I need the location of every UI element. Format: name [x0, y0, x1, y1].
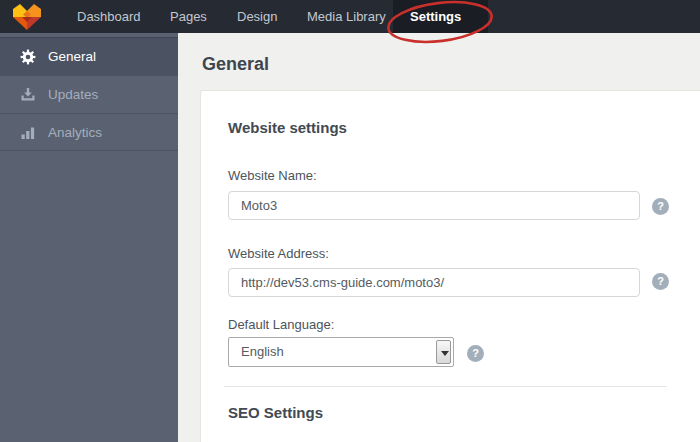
section-divider [224, 386, 667, 387]
nav-design[interactable]: Design [237, 0, 277, 33]
sidebar-item-general[interactable]: General [0, 37, 178, 75]
download-icon [20, 87, 36, 103]
sidebar-item-updates[interactable]: Updates [0, 75, 178, 113]
bar-chart-icon [20, 125, 36, 141]
website-name-label: Website Name: [228, 168, 317, 183]
nav-pages[interactable]: Pages [170, 0, 207, 33]
help-icon[interactable]: ? [652, 198, 669, 215]
help-icon[interactable]: ? [467, 345, 484, 362]
sidebar-item-label: Analytics [48, 114, 102, 152]
sidebar-item-analytics[interactable]: Analytics [0, 113, 178, 151]
gear-icon [20, 49, 36, 65]
language-select[interactable]: English [228, 337, 454, 367]
website-name-input[interactable] [228, 191, 640, 220]
caret-down-icon [441, 351, 449, 356]
seo-settings-heading: SEO Settings [228, 404, 323, 421]
settings-sidebar: General Updates Analytics [0, 33, 178, 442]
nav-settings[interactable]: Settings [410, 0, 461, 33]
sidebar-item-label: Updates [48, 76, 98, 114]
sidebar-item-label: General [48, 38, 96, 76]
help-icon[interactable]: ? [652, 273, 669, 290]
nav-dashboard[interactable]: Dashboard [77, 0, 141, 33]
main-content: General Website settings Website Name: ?… [178, 33, 700, 442]
motocms-logo-icon[interactable] [13, 4, 41, 30]
top-navigation-bar: Dashboard Pages Design Media Library Set… [0, 0, 700, 33]
language-select-value: English [241, 338, 284, 366]
settings-panel: Website settings Website Name: ? Website… [200, 90, 700, 442]
nav-media-library[interactable]: Media Library [307, 0, 386, 33]
website-settings-heading: Website settings [228, 119, 347, 136]
default-language-label: Default Language: [228, 317, 334, 332]
website-address-label: Website Address: [228, 246, 329, 261]
page-title: General [202, 54, 269, 75]
dropdown-button[interactable] [436, 340, 451, 364]
app-window: Dashboard Pages Design Media Library Set… [0, 0, 700, 442]
website-address-input[interactable] [228, 268, 640, 297]
